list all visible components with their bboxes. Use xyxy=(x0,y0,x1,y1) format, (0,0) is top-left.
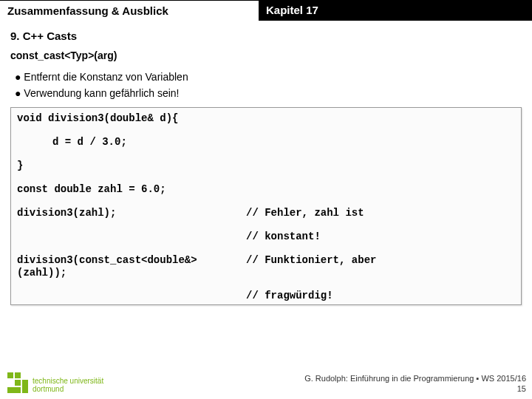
cast-subtitle: const_cast<Typ>(arg) xyxy=(10,50,522,61)
slide-content: 9. C++ Casts const_cast<Typ>(arg) Entfer… xyxy=(0,21,532,305)
code-line: void division3(double& d){ xyxy=(17,112,246,126)
header-right-chapter: Kapitel 17 xyxy=(259,0,532,21)
code-comment: // fragwürdig! xyxy=(246,290,515,303)
bullet-item: Entfernt die Konstanz von Variablen xyxy=(10,69,522,85)
code-line: division3(zahl); xyxy=(17,207,246,220)
tu-logo-icon xyxy=(7,372,28,393)
code-comment: // Funktioniert, aber xyxy=(246,254,515,279)
university-name: technische universität dortmund xyxy=(33,378,103,393)
bullet-list: Entfernt die Konstanz von Variablen Verw… xyxy=(10,69,522,101)
uni-line1: technische universität xyxy=(33,378,103,386)
page-number: 15 xyxy=(517,384,526,393)
code-line xyxy=(17,290,246,303)
slide-footer: technische universität dortmund G. Rudol… xyxy=(0,366,532,396)
code-line xyxy=(17,231,246,244)
code-comment: // Fehler, zahl ist xyxy=(246,207,515,220)
credit-line: G. Rudolph: Einführung in die Programmie… xyxy=(304,374,526,383)
code-line: division3(const_cast<double&>(zahl)); xyxy=(17,254,246,279)
slide-header: Zusammenfassung & Ausblick Kapitel 17 xyxy=(0,0,532,21)
code-box: void division3(double& d){ d = d / 3.0; … xyxy=(10,107,522,305)
bullet-item: Verwendung kann gefährlich sein! xyxy=(10,85,522,101)
header-left-title: Zusammenfassung & Ausblick xyxy=(0,0,259,21)
code-comment: // konstant! xyxy=(246,231,515,244)
code-line: d = d / 3.0; xyxy=(17,136,246,149)
code-line: const double zahl = 6.0; xyxy=(17,183,246,197)
section-title: 9. C++ Casts xyxy=(10,30,522,42)
university-logo: technische universität dortmund xyxy=(7,372,103,393)
uni-line2: dortmund xyxy=(33,386,103,394)
code-line: } xyxy=(17,160,246,173)
